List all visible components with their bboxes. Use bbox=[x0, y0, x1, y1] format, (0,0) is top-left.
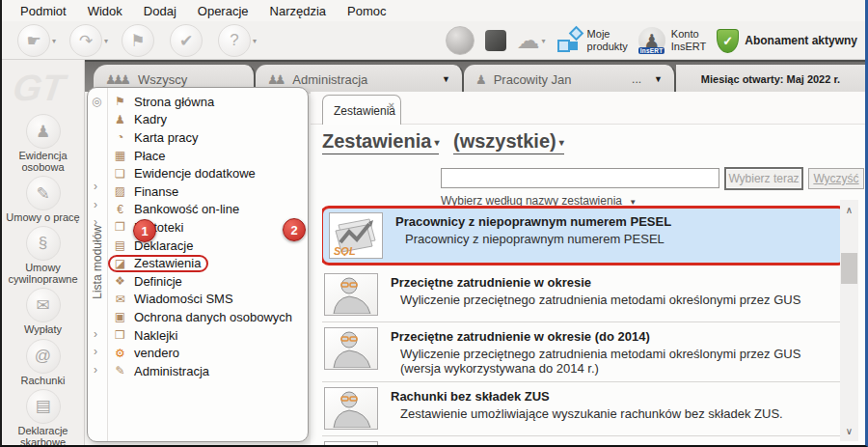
module-menu-item[interactable]: ♟ Kadry bbox=[108, 111, 306, 129]
moje-produkty-icon bbox=[556, 28, 582, 53]
chevron-down-icon: ▾ bbox=[542, 37, 546, 45]
menubar-item[interactable]: Dodaj bbox=[133, 2, 187, 20]
module-menu-item[interactable]: € Bankowość on-line bbox=[108, 201, 306, 219]
report-text: Pracownicy z niepoprawnym numerem PESEL … bbox=[395, 212, 671, 259]
annotation-badge-2: 2 bbox=[283, 218, 306, 241]
title-dropdown-zestawienia[interactable]: Zestawienia▾ bbox=[322, 130, 439, 154]
scrollbar-thumb[interactable] bbox=[841, 253, 857, 284]
toolbar: ☛ ▾ ↷ ▾ ⚑ bbox=[2, 21, 865, 60]
menu-item-icon: ⚙ bbox=[113, 347, 127, 360]
report-icon: SQL bbox=[324, 273, 378, 316]
konto-insert-button[interactable]: ♟ InsERT Konto InsERT bbox=[638, 27, 706, 54]
menu-item-icon: ✎ bbox=[113, 364, 127, 377]
module-menu-item[interactable]: ⚑ Strona główna bbox=[108, 93, 306, 111]
report-list-item[interactable]: SQL Rachunki bez składek ZUS Zestawienie… bbox=[322, 381, 841, 435]
cloud-button[interactable]: ☁ ▾ bbox=[517, 29, 546, 52]
moje-produkty-button[interactable]: Moje produkty bbox=[556, 28, 628, 53]
report-list-item[interactable]: SQL Przeciętne zatrudnienie w okresie Wy… bbox=[322, 268, 841, 321]
module-menu-item[interactable]: ✉ Wiadomości SMS bbox=[108, 291, 306, 309]
scroll-down-icon[interactable]: ∨ bbox=[840, 426, 858, 436]
konto-insert-label: Konto InsERT bbox=[671, 28, 706, 53]
module-menu-item[interactable]: ◔ Karta pracy bbox=[108, 128, 306, 147]
pin-icon[interactable]: ◎ bbox=[92, 95, 101, 108]
document-tab-zestawienia[interactable]: Zestawienia × bbox=[322, 95, 401, 125]
toolbar-button[interactable]: ↷ bbox=[69, 24, 102, 57]
scrollbar[interactable]: ∧ ∨ bbox=[840, 200, 858, 441]
module-menu-item[interactable]: ⚙ vendero bbox=[108, 344, 306, 362]
toolbar-button[interactable]: ☛ bbox=[17, 24, 50, 57]
chevron-right-icon: › bbox=[94, 181, 97, 192]
close-icon[interactable]: × bbox=[389, 99, 394, 111]
menu-item-icon: ❒ bbox=[113, 328, 127, 342]
clear-button[interactable]: Wyczyść bbox=[808, 168, 864, 189]
menu-item-icon: ◪ bbox=[113, 257, 127, 270]
sidebar-module-item[interactable]: ✎ Umowy o pracę bbox=[2, 176, 84, 223]
popup-side-strip: ◎ › › › › › › Lista modułów bbox=[88, 88, 108, 441]
sidebar-module-item[interactable]: § Umowy cywilnoprawne bbox=[2, 226, 84, 285]
chevron-down-icon[interactable]: ▼ bbox=[442, 74, 450, 84]
chevron-down-icon[interactable]: ▼ bbox=[654, 74, 663, 84]
module-label: Wypłaty bbox=[24, 323, 62, 335]
report-text: Przeciętne zatrudnienie w okresie (do 20… bbox=[391, 327, 837, 376]
module-menu-item[interactable]: ❒ Naklejki bbox=[108, 326, 306, 345]
module-menu-item[interactable]: ▨ Finanse bbox=[108, 182, 306, 201]
gt-watermark: GT bbox=[2, 60, 85, 114]
module-menu-item[interactable]: ❏ Ewidencje dodatkowe bbox=[108, 164, 306, 182]
module-menu-item[interactable]: ❖ Definicje bbox=[108, 272, 306, 291]
toolbar-button-icon: ? bbox=[230, 31, 238, 50]
sidebar-modules: ♟ Ewidencja osobowa ✎ Umowy o pracę § Um… bbox=[2, 114, 84, 445]
cube-icon[interactable] bbox=[485, 30, 506, 51]
user-icon: ♟ InsERT bbox=[638, 27, 665, 54]
search-input[interactable] bbox=[441, 168, 719, 188]
ellipsis[interactable]: ... bbox=[632, 72, 641, 86]
title-dropdown-wszystkie[interactable]: (wszystkie)▾ bbox=[453, 130, 564, 154]
menu-item-label: Wiadomości SMS bbox=[134, 292, 233, 306]
user-icon: ♟ bbox=[475, 72, 487, 87]
menubar-item[interactable]: Operacje bbox=[187, 2, 259, 20]
toolbar-button[interactable]: ✔ bbox=[170, 24, 203, 57]
menu-item-label: Naklejki bbox=[134, 328, 178, 343]
select-now-button[interactable]: Wybierz teraz bbox=[724, 167, 803, 190]
toolbar-right-group: ☁ ▾ Moje produkty ♟ InsERT Konto InsERT … bbox=[446, 22, 857, 59]
sidebar-module-item[interactable]: @ Rachunki bbox=[2, 339, 84, 386]
menu-item-label: Bankowość on-line bbox=[134, 202, 239, 216]
users-icon: ♟♟♟ bbox=[105, 72, 131, 87]
toolbar-button[interactable]: ? bbox=[218, 24, 251, 57]
annotation-badge-1: 1 bbox=[133, 219, 156, 242]
report-title: Przeciętne zatrudnienie w okresie (do 20… bbox=[391, 327, 837, 344]
sidebar-module-item[interactable]: ♟ Ewidencja osobowa bbox=[2, 114, 84, 173]
chevron-down-icon: ▾ bbox=[434, 137, 439, 148]
menubar-item[interactable]: Pomoc bbox=[337, 2, 396, 20]
module-menu-item[interactable]: ▦ Płace bbox=[108, 147, 306, 165]
moje-produkty-label: Moje produkty bbox=[587, 28, 628, 53]
report-list: SQL Pracownicy z niepoprawnym numerem PE… bbox=[322, 206, 841, 445]
abonament-label: Abonament aktywny bbox=[745, 34, 857, 47]
toolbar-button-icon: ↷ bbox=[79, 31, 93, 51]
menu-item-label: Administracja bbox=[134, 364, 209, 378]
module-menu-item[interactable]: ◪ Zestawienia bbox=[108, 254, 306, 272]
app-window: PodmiotWidokDodajOperacjeNarzędziaPomoc … bbox=[0, 0, 868, 447]
module-menu-item[interactable]: ✎ Administracja bbox=[108, 362, 306, 380]
report-list-item[interactable]: SQL Pracownicy z niepoprawnym numerem PE… bbox=[322, 206, 841, 265]
report-list-item[interactable]: SQL Rachunki ryczałtowe przekraczające l… bbox=[322, 435, 841, 445]
menu-item-icon: ❖ bbox=[113, 274, 127, 288]
chevron-down-icon[interactable]: ▾ bbox=[104, 37, 108, 45]
report-list-item[interactable]: SQL Przeciętne zatrudnienie w okresie (d… bbox=[322, 321, 841, 381]
shield-check-icon: ✓ bbox=[717, 29, 739, 53]
page-title: Zestawienia▾ (wszystkie)▾ bbox=[322, 130, 573, 154]
chevron-down-icon[interactable]: ▾ bbox=[253, 37, 257, 45]
toolbar-button[interactable]: ⚑ bbox=[122, 24, 154, 57]
menubar-item[interactable]: Narzędzia bbox=[259, 2, 338, 20]
menubar-item[interactable]: Podmiot bbox=[10, 2, 77, 20]
scroll-up-icon[interactable]: ∧ bbox=[840, 205, 858, 215]
sidebar-module-item[interactable]: ✉ Wypłaty bbox=[2, 288, 84, 335]
report-title: Pracownicy z niepoprawnym numerem PESEL bbox=[395, 212, 671, 229]
sidebar-module-item[interactable]: ▤ Deklaracje skarbowe bbox=[2, 389, 84, 445]
globe-icon[interactable] bbox=[446, 26, 475, 55]
abonament-status[interactable]: ✓ Abonament aktywny bbox=[717, 29, 857, 53]
tab-pracowity-jan[interactable]: ♟ Pracowity Jan ... ▼ bbox=[464, 65, 676, 94]
module-menu-item[interactable]: ▣ Ochrona danych osobowych bbox=[108, 308, 306, 326]
menubar-item[interactable]: Widok bbox=[77, 2, 133, 20]
chevron-down-icon[interactable]: ▾ bbox=[52, 37, 56, 45]
module-icon: @ bbox=[26, 339, 61, 374]
